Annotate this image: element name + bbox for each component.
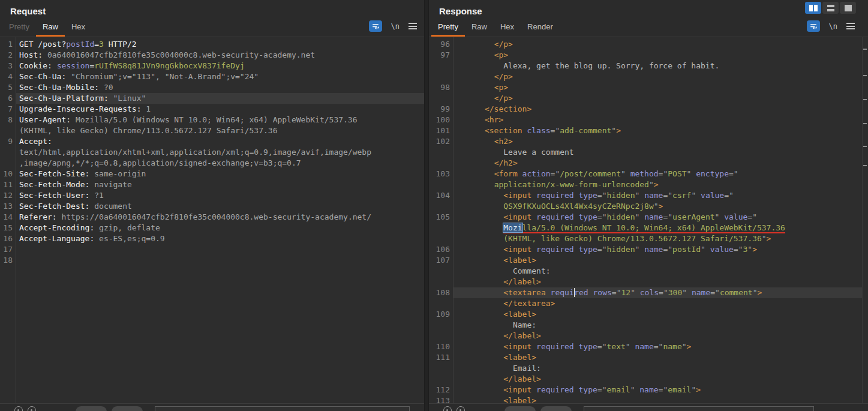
split-columns-button[interactable] xyxy=(805,2,821,14)
code-line[interactable]: 14Referer: https://0a640016047cfb2f810fe… xyxy=(0,212,424,223)
code-line[interactable]: </p> xyxy=(429,93,868,104)
code-line[interactable]: </textarea> xyxy=(429,298,868,309)
code-line[interactable]: 7Upgrade-Insecure-Requests: 1 xyxy=(0,104,424,115)
line-number: 17 xyxy=(0,244,16,255)
newline-chars-icon[interactable]: \n xyxy=(829,22,837,31)
code-line[interactable]: 102 <h2> xyxy=(429,136,868,147)
code-line[interactable]: 107 <label> xyxy=(429,255,868,266)
search-prev-button[interactable] xyxy=(76,406,107,411)
code-line[interactable]: 11Sec-Fetch-Mode: navigate xyxy=(0,179,424,190)
response-editor[interactable]: 96 </p>97 <p> Alexa, get the blog up. So… xyxy=(429,37,868,411)
search-settings-icon[interactable] xyxy=(443,406,452,411)
code-line[interactable]: 108 <textarea required rows="12" cols="3… xyxy=(429,287,868,298)
code-line[interactable]: </h2> xyxy=(429,158,868,169)
code-line[interactable]: 105 <input required type="hidden" name="… xyxy=(429,212,868,223)
code-line[interactable]: 17 xyxy=(0,244,424,255)
code-line[interactable]: Name: xyxy=(429,320,868,331)
response-scrollbar[interactable] xyxy=(862,37,868,411)
code-line[interactable]: Alexa, get the blog up. Sorry, force of … xyxy=(429,61,868,71)
line-number: 18 xyxy=(0,255,16,266)
code-line[interactable]: ,image/apng,*/*;q=0.8,application/signed… xyxy=(0,158,424,169)
code-line[interactable]: </label> xyxy=(429,331,868,341)
code-line[interactable]: 13Sec-Fetch-Dest: document xyxy=(0,201,424,212)
split-rows-button[interactable] xyxy=(822,2,839,14)
code-line[interactable]: 15Accept-Encoding: gzip, deflate xyxy=(0,223,424,233)
code-line[interactable]: 100 <hr> xyxy=(429,115,868,125)
code-line[interactable]: QSX9fKXuOCLs4Xl4Wx4syCZeRNpc2j8w"> xyxy=(429,201,868,212)
code-line[interactable]: 104 <input required type="hidden" name="… xyxy=(429,190,868,201)
search-settings-icon[interactable] xyxy=(14,406,23,411)
code-line[interactable]: 16Accept-Language: es-ES,es;q=0.9 xyxy=(0,233,424,244)
code-line[interactable]: 5Sec-Ch-Ua-Mobile: ?0 xyxy=(0,82,424,93)
tab-hex[interactable]: Hex xyxy=(494,18,521,37)
panel-splitter[interactable] xyxy=(424,0,429,411)
code-line[interactable]: 99 </section> xyxy=(429,104,868,115)
code-line[interactable]: </label> xyxy=(429,374,868,385)
code-line[interactable]: 18 xyxy=(0,255,424,266)
code-line[interactable]: 10Sec-Fetch-Site: same-origin xyxy=(0,169,424,179)
line-number xyxy=(429,179,453,190)
code-line[interactable]: 110 <input required type="text" name="na… xyxy=(429,341,868,352)
code-line[interactable]: 103 <form action="/post/comment" method=… xyxy=(429,169,868,179)
wrap-lines-icon[interactable] xyxy=(807,20,820,32)
code-line[interactable]: 2Host: 0a640016047cfb2f810fe35c004000c8.… xyxy=(0,50,424,61)
newline-chars-icon[interactable]: \n xyxy=(391,22,400,31)
tab-raw[interactable]: Raw xyxy=(465,18,494,37)
response-panel-title: Response xyxy=(429,0,868,16)
tab-render[interactable]: Render xyxy=(521,18,560,37)
line-number: 7 xyxy=(0,104,16,115)
code-line[interactable]: 6Sec-Ch-Ua-Platform: "Linux" xyxy=(0,93,424,104)
search-prev-button[interactable] xyxy=(504,406,536,411)
scrollbar-match-mark xyxy=(863,146,867,147)
code-line[interactable]: 12Sec-Fetch-User: ?1 xyxy=(0,190,424,201)
code-line[interactable]: 101 <section class="add-comment"> xyxy=(429,125,868,136)
request-editor-tools: \n xyxy=(369,20,417,32)
code-line[interactable]: 112 <input required type="email" name="e… xyxy=(429,385,868,395)
search-next-button[interactable] xyxy=(540,406,572,411)
response-tabs: PrettyRawHexRender xyxy=(431,18,560,37)
code-line[interactable]: 1GET /post?postId=3 HTTP/2 xyxy=(0,39,424,50)
wrap-lines-icon[interactable] xyxy=(369,20,382,32)
code-line[interactable]: 4Sec-Ch-Ua: "Chromium";v="113", "Not-A.B… xyxy=(0,71,424,82)
search-next-button[interactable] xyxy=(112,406,143,411)
split-rows-icon xyxy=(827,5,835,11)
code-line[interactable]: 96 </p> xyxy=(429,39,868,50)
line-number: 1 xyxy=(0,39,16,50)
gutter-divider xyxy=(16,37,16,411)
code-line[interactable]: application/x-www-form-urlencoded"> xyxy=(429,179,868,190)
code-line[interactable]: 98 <p> xyxy=(429,82,868,93)
request-editor[interactable]: 1GET /post?postId=3 HTTP/22Host: 0a64001… xyxy=(0,37,424,411)
editor-menu-icon[interactable] xyxy=(409,23,417,29)
request-header: Request PrettyRawHex \n xyxy=(0,0,424,37)
single-panel-button[interactable] xyxy=(840,2,856,14)
line-number xyxy=(429,223,453,233)
tab-raw[interactable]: Raw xyxy=(36,18,65,37)
line-number xyxy=(429,233,453,244)
code-line[interactable]: 9Accept: xyxy=(0,136,424,147)
code-line[interactable]: 111 <label> xyxy=(429,352,868,363)
search-input[interactable] xyxy=(155,406,410,411)
code-line[interactable]: text/html,application/xhtml+xml,applicat… xyxy=(0,147,424,158)
line-number: 104 xyxy=(429,190,453,201)
tab-pretty[interactable]: Pretty xyxy=(431,18,465,37)
line-number xyxy=(429,61,453,71)
search-case-icon[interactable] xyxy=(456,406,465,411)
tab-hex[interactable]: Hex xyxy=(65,18,92,37)
code-line[interactable]: </label> xyxy=(429,277,868,287)
code-line[interactable]: Mozilla/5.0 (Windows NT 10.0; Win64; x64… xyxy=(429,223,868,233)
code-line[interactable]: 109 <label> xyxy=(429,309,868,320)
code-line[interactable]: 97 <p> xyxy=(429,50,868,61)
search-case-icon[interactable] xyxy=(28,406,36,411)
code-line[interactable]: 106 <input required type="hidden" name="… xyxy=(429,244,868,255)
code-line[interactable]: Email: xyxy=(429,363,868,374)
code-line[interactable]: </p> xyxy=(429,71,868,82)
code-line[interactable]: (KHTML, like Gecko) Chrome/113.0.5672.12… xyxy=(0,125,424,136)
line-number xyxy=(0,147,16,158)
search-input[interactable] xyxy=(584,406,814,411)
code-line[interactable]: 8User-Agent: Mozilla/5.0 (Windows NT 10.… xyxy=(0,115,424,125)
code-line[interactable]: (KHTML, like Gecko) Chrome/113.0.5672.12… xyxy=(429,233,868,244)
code-line[interactable]: Comment: xyxy=(429,266,868,277)
code-line[interactable]: Leave a comment xyxy=(429,147,868,158)
code-line[interactable]: 3Cookie: session=rUIfWS8q81JVn9ngGkbocxV… xyxy=(0,61,424,71)
editor-menu-icon[interactable] xyxy=(846,23,855,29)
